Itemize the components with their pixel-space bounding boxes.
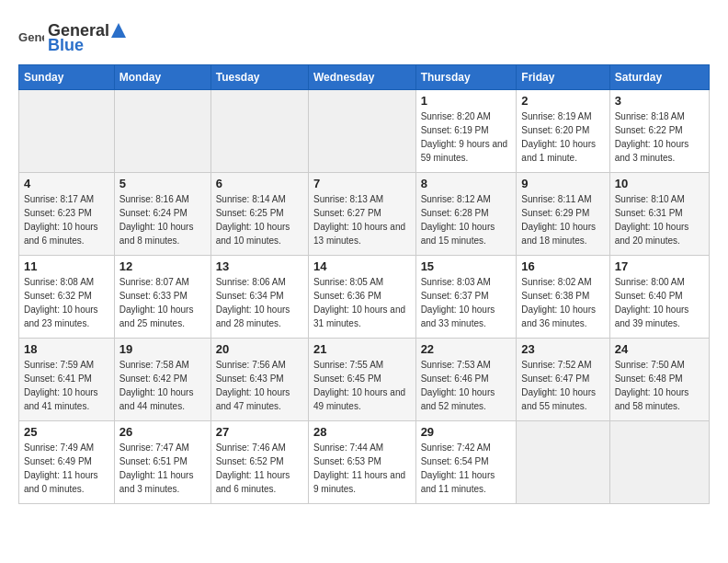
day-info: Sunrise: 8:16 AMSunset: 6:24 PMDaylight:… <box>119 192 206 247</box>
day-number: 22 <box>421 342 512 356</box>
day-info: Sunrise: 8:19 AMSunset: 6:20 PMDaylight:… <box>521 109 604 165</box>
day-cell <box>210 89 308 172</box>
logo: General General Blue <box>18 18 128 55</box>
day-cell <box>114 89 210 172</box>
day-number: 13 <box>216 259 303 273</box>
day-info: Sunrise: 8:18 AMSunset: 6:22 PMDaylight:… <box>615 109 704 165</box>
day-number: 20 <box>216 342 303 356</box>
day-cell: 24Sunrise: 7:50 AMSunset: 6:48 PMDayligh… <box>609 338 709 420</box>
day-info: Sunrise: 7:47 AMSunset: 6:51 PMDaylight:… <box>119 441 206 496</box>
day-cell: 18Sunrise: 7:59 AMSunset: 6:41 PMDayligh… <box>19 338 115 420</box>
day-info: Sunrise: 8:02 AMSunset: 6:38 PMDaylight:… <box>521 275 604 330</box>
day-info: Sunrise: 8:20 AMSunset: 6:19 PMDaylight:… <box>421 109 512 165</box>
day-info: Sunrise: 8:05 AMSunset: 6:36 PMDaylight:… <box>313 275 411 330</box>
day-cell: 26Sunrise: 7:47 AMSunset: 6:51 PMDayligh… <box>114 420 210 503</box>
col-header-monday: Monday <box>114 64 210 89</box>
week-row-5: 25Sunrise: 7:49 AMSunset: 6:49 PMDayligh… <box>19 420 710 503</box>
day-number: 28 <box>313 425 411 439</box>
day-cell: 25Sunrise: 7:49 AMSunset: 6:49 PMDayligh… <box>19 420 115 503</box>
day-cell: 4Sunrise: 8:17 AMSunset: 6:23 PMDaylight… <box>19 172 115 255</box>
day-number: 9 <box>521 177 604 190</box>
day-number: 16 <box>521 259 604 273</box>
day-cell: 21Sunrise: 7:55 AMSunset: 6:45 PMDayligh… <box>308 338 415 420</box>
day-number: 26 <box>119 425 206 439</box>
day-cell: 8Sunrise: 8:12 AMSunset: 6:28 PMDaylight… <box>415 172 517 255</box>
day-info: Sunrise: 8:08 AMSunset: 6:32 PMDaylight:… <box>24 275 109 330</box>
day-number: 11 <box>24 259 109 273</box>
day-cell: 9Sunrise: 8:11 AMSunset: 6:29 PMDaylight… <box>517 172 609 255</box>
week-row-2: 4Sunrise: 8:17 AMSunset: 6:23 PMDaylight… <box>19 172 710 255</box>
calendar-table: SundayMondayTuesdayWednesdayThursdayFrid… <box>18 64 710 504</box>
day-cell: 10Sunrise: 8:10 AMSunset: 6:31 PMDayligh… <box>609 172 709 255</box>
col-header-friday: Friday <box>517 64 609 89</box>
day-info: Sunrise: 8:17 AMSunset: 6:23 PMDaylight:… <box>24 192 109 247</box>
day-number: 6 <box>216 177 303 190</box>
day-info: Sunrise: 8:10 AMSunset: 6:31 PMDaylight:… <box>615 192 704 247</box>
day-cell: 15Sunrise: 8:03 AMSunset: 6:37 PMDayligh… <box>415 255 517 338</box>
day-number: 17 <box>615 259 704 273</box>
day-info: Sunrise: 7:49 AMSunset: 6:49 PMDaylight:… <box>24 441 109 496</box>
day-cell: 11Sunrise: 8:08 AMSunset: 6:32 PMDayligh… <box>19 255 115 338</box>
day-cell: 20Sunrise: 7:56 AMSunset: 6:43 PMDayligh… <box>210 338 308 420</box>
day-cell: 22Sunrise: 7:53 AMSunset: 6:46 PMDayligh… <box>415 338 517 420</box>
week-row-3: 11Sunrise: 8:08 AMSunset: 6:32 PMDayligh… <box>19 255 710 338</box>
day-cell: 6Sunrise: 8:14 AMSunset: 6:25 PMDaylight… <box>210 172 308 255</box>
logo-triangle-icon <box>110 22 127 39</box>
day-cell: 13Sunrise: 8:06 AMSunset: 6:34 PMDayligh… <box>210 255 308 338</box>
day-info: Sunrise: 7:52 AMSunset: 6:47 PMDaylight:… <box>521 358 604 413</box>
day-number: 12 <box>119 259 206 273</box>
day-number: 19 <box>119 342 206 356</box>
day-cell: 17Sunrise: 8:00 AMSunset: 6:40 PMDayligh… <box>609 255 709 338</box>
day-number: 23 <box>521 342 604 356</box>
day-cell: 1Sunrise: 8:20 AMSunset: 6:19 PMDaylight… <box>415 89 517 172</box>
day-number: 10 <box>615 177 704 190</box>
day-info: Sunrise: 7:42 AMSunset: 6:54 PMDaylight:… <box>421 441 512 496</box>
day-info: Sunrise: 8:13 AMSunset: 6:27 PMDaylight:… <box>313 192 411 247</box>
logo-icon: General <box>18 24 44 50</box>
day-info: Sunrise: 7:46 AMSunset: 6:52 PMDaylight:… <box>216 441 303 496</box>
day-cell: 27Sunrise: 7:46 AMSunset: 6:52 PMDayligh… <box>210 420 308 503</box>
day-info: Sunrise: 8:12 AMSunset: 6:28 PMDaylight:… <box>421 192 512 247</box>
day-cell: 7Sunrise: 8:13 AMSunset: 6:27 PMDaylight… <box>308 172 415 255</box>
day-info: Sunrise: 8:06 AMSunset: 6:34 PMDaylight:… <box>216 275 303 330</box>
day-number: 15 <box>421 259 512 273</box>
day-info: Sunrise: 8:11 AMSunset: 6:29 PMDaylight:… <box>521 192 604 247</box>
calendar-body: 1Sunrise: 8:20 AMSunset: 6:19 PMDaylight… <box>19 89 710 503</box>
day-info: Sunrise: 8:00 AMSunset: 6:40 PMDaylight:… <box>615 275 704 330</box>
col-header-thursday: Thursday <box>415 64 517 89</box>
day-number: 24 <box>615 342 704 356</box>
day-cell: 19Sunrise: 7:58 AMSunset: 6:42 PMDayligh… <box>114 338 210 420</box>
day-info: Sunrise: 7:44 AMSunset: 6:53 PMDaylight:… <box>313 441 411 496</box>
day-cell: 29Sunrise: 7:42 AMSunset: 6:54 PMDayligh… <box>415 420 517 503</box>
day-number: 2 <box>521 94 604 108</box>
day-cell <box>19 89 115 172</box>
day-number: 27 <box>216 425 303 439</box>
day-cell: 12Sunrise: 8:07 AMSunset: 6:33 PMDayligh… <box>114 255 210 338</box>
col-header-saturday: Saturday <box>609 64 709 89</box>
day-number: 3 <box>615 94 704 108</box>
day-number: 5 <box>119 177 206 190</box>
day-number: 1 <box>421 94 512 108</box>
day-number: 8 <box>421 177 512 190</box>
day-number: 18 <box>24 342 109 356</box>
day-number: 4 <box>24 177 109 190</box>
day-info: Sunrise: 7:53 AMSunset: 6:46 PMDaylight:… <box>421 358 512 413</box>
column-headers: SundayMondayTuesdayWednesdayThursdayFrid… <box>19 64 710 89</box>
day-cell: 23Sunrise: 7:52 AMSunset: 6:47 PMDayligh… <box>517 338 609 420</box>
day-cell: 2Sunrise: 8:19 AMSunset: 6:20 PMDaylight… <box>517 89 609 172</box>
day-info: Sunrise: 7:56 AMSunset: 6:43 PMDaylight:… <box>216 358 303 413</box>
day-cell: 16Sunrise: 8:02 AMSunset: 6:38 PMDayligh… <box>517 255 609 338</box>
day-number: 29 <box>421 425 512 439</box>
day-cell: 5Sunrise: 8:16 AMSunset: 6:24 PMDaylight… <box>114 172 210 255</box>
header: General General Blue <box>18 18 710 55</box>
col-header-tuesday: Tuesday <box>210 64 308 89</box>
col-header-sunday: Sunday <box>19 64 115 89</box>
day-number: 7 <box>313 177 411 190</box>
day-info: Sunrise: 7:58 AMSunset: 6:42 PMDaylight:… <box>119 358 206 413</box>
day-cell <box>609 420 709 503</box>
day-cell <box>308 89 415 172</box>
day-info: Sunrise: 7:50 AMSunset: 6:48 PMDaylight:… <box>615 358 704 413</box>
day-info: Sunrise: 8:07 AMSunset: 6:33 PMDaylight:… <box>119 275 206 330</box>
day-cell: 28Sunrise: 7:44 AMSunset: 6:53 PMDayligh… <box>308 420 415 503</box>
day-cell: 14Sunrise: 8:05 AMSunset: 6:36 PMDayligh… <box>308 255 415 338</box>
